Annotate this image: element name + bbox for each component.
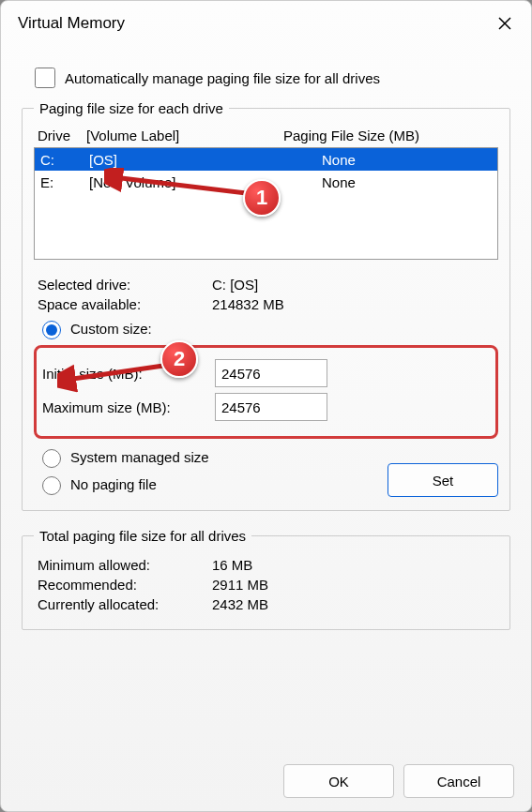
maximum-size-label: Maximum size (MB): [42, 399, 215, 415]
col-paging-size: Paging File Size (MB) [283, 128, 494, 143]
selected-drive-label: Selected drive: [38, 277, 212, 293]
space-available-row: Space available: 214832 MB [38, 296, 494, 312]
cancel-button[interactable]: Cancel [403, 764, 514, 798]
dialog-content: Automatically manage paging file size fo… [1, 42, 531, 759]
drive-row-e[interactable]: E: [New Volume] None [35, 171, 497, 193]
drive-letter: C: [40, 152, 89, 168]
selected-drive-value: C: [OS] [212, 277, 258, 293]
titlebar: Virtual Memory [1, 1, 531, 42]
initial-size-input[interactable] [215, 359, 327, 387]
group2-title: Total paging file size for all drives [34, 528, 251, 544]
custom-size-radio[interactable]: Custom size: [38, 318, 494, 339]
currently-allocated-row: Currently allocated: 2432 MB [38, 596, 494, 612]
ok-button[interactable]: OK [283, 764, 394, 798]
dialog-footer: OK Cancel [1, 759, 531, 811]
set-button[interactable]: Set [388, 463, 498, 497]
drive-list-header: Drive [Volume Label] Paging File Size (M… [34, 126, 498, 147]
paging-per-drive-group: Paging file size for each drive Drive [V… [22, 100, 510, 511]
min-allowed-row: Minimum allowed: 16 MB [38, 557, 494, 573]
auto-manage-checkbox[interactable]: Automatically manage paging file size fo… [31, 65, 501, 91]
close-icon[interactable] [492, 10, 518, 37]
custom-size-highlight: Initial size (MB): Maximum size (MB): [34, 345, 498, 439]
space-value: 214832 MB [212, 296, 284, 312]
maximum-size-input[interactable] [215, 393, 327, 421]
rec-label: Recommended: [38, 577, 212, 593]
no-paging-input[interactable] [42, 476, 61, 495]
initial-size-label: Initial size (MB): [42, 366, 215, 382]
space-label: Space available: [38, 296, 212, 312]
rec-value: 2911 MB [212, 577, 268, 593]
selected-drive-row: Selected drive: C: [OS] [38, 277, 494, 293]
drive-letter: E: [40, 174, 89, 190]
drive-volume: [New Volume] [89, 174, 322, 190]
auto-manage-input[interactable] [35, 68, 55, 88]
col-drive: Drive [38, 128, 86, 143]
drive-row-c[interactable]: C: [OS] None [35, 148, 497, 171]
drive-list[interactable]: C: [OS] None E: [New Volume] None [34, 147, 498, 260]
min-value: 16 MB [212, 557, 252, 573]
system-managed-label: System managed size [70, 449, 209, 465]
total-paging-group: Total paging file size for all drives Mi… [22, 528, 510, 630]
system-managed-input[interactable] [42, 449, 61, 468]
cur-value: 2432 MB [212, 596, 268, 612]
maximum-size-row: Maximum size (MB): [42, 393, 490, 421]
cur-label: Currently allocated: [38, 596, 212, 612]
custom-size-label: Custom size: [70, 321, 152, 337]
drive-volume: [OS] [89, 152, 322, 168]
initial-size-row: Initial size (MB): [42, 359, 490, 387]
min-label: Minimum allowed: [38, 557, 212, 573]
window-title: Virtual Memory [18, 14, 125, 33]
auto-manage-label: Automatically manage paging file size fo… [65, 70, 380, 86]
group1-title: Paging file size for each drive [34, 100, 229, 116]
custom-size-input[interactable] [42, 321, 61, 339]
virtual-memory-dialog: Virtual Memory Automatically manage pagi… [0, 0, 532, 812]
no-paging-label: No paging file [70, 476, 157, 492]
drive-pagesize: None [322, 152, 492, 168]
col-volume-label: [Volume Label] [86, 128, 283, 143]
drive-pagesize: None [322, 174, 492, 190]
recommended-row: Recommended: 2911 MB [38, 577, 494, 593]
